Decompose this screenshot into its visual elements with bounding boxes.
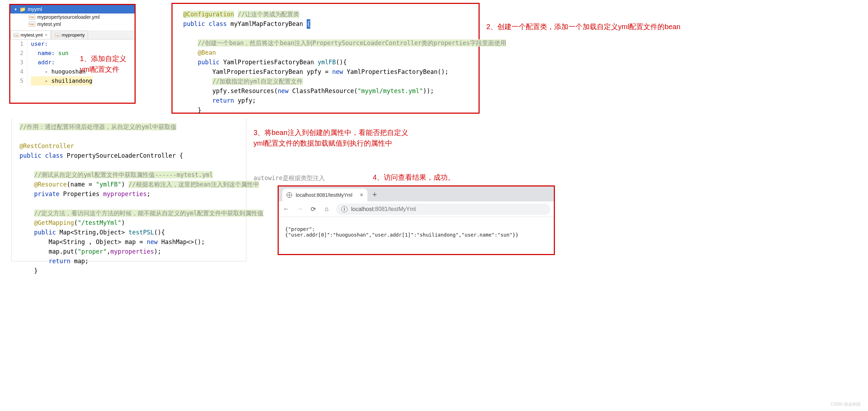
str-proper: "proper"	[78, 248, 107, 255]
anno-configuration: @Configuration	[183, 11, 234, 18]
method-testpsl: testPSL	[129, 229, 154, 236]
comment-method: //定义方法，看访问这个方法的时候，能不能从自定义的yml配置文件中获取到属性值	[34, 210, 263, 217]
tab-label: mytest.yml	[21, 32, 43, 38]
url-path: 8081/testMyYml	[375, 206, 416, 212]
l13a: Map<String , Object> map =	[49, 238, 147, 245]
autowire-note: autowire是根据类型注入	[253, 174, 325, 182]
annotation-3: 3、将bean注入到创建的属性中，看能否把自定义 yml配置文件的数据加载赋值到…	[253, 127, 431, 148]
classname2: PropertySourceLoaderController {	[67, 152, 183, 159]
str-ymlfb: "ymlFB"	[96, 181, 121, 188]
l14b: ,	[107, 248, 110, 255]
kw-public3: public	[20, 152, 41, 159]
forward-icon: →	[296, 205, 304, 213]
controller-panel: //作用：通过配置环境后处理器，从自定义的yml中获取值 @RestContro…	[11, 118, 246, 261]
browser-tab[interactable]: localhost:8081/testMyYml ×	[282, 189, 367, 201]
kw-private: private	[34, 190, 60, 198]
back-icon[interactable]: ←	[282, 205, 290, 213]
kw-return: return	[212, 97, 234, 104]
anno-resource: @Resource	[34, 181, 67, 188]
tab-label: myproperty	[62, 32, 85, 38]
browser-tabbar: localhost:8081/testMyYml × +	[279, 186, 554, 201]
editor-tabbar: YML mytest.yml × YML myproperty	[10, 31, 135, 39]
tab-myproperty[interactable]: YML myproperty	[51, 31, 88, 39]
folder-myyml[interactable]: ▼ 📁 myyml	[10, 5, 135, 13]
address-bar[interactable]: i localhost:8081/testMyYml	[336, 204, 550, 215]
str-path: "myyml/mytest.yml"	[357, 87, 423, 94]
comment-inject: //根据名称注入，这里把bean注入到这个属性中	[129, 181, 259, 188]
browser-body: {"proper":{"user.addr[0]":"huoguoshan","…	[279, 217, 554, 247]
kw-public: public	[183, 20, 205, 27]
yml-l2k: name:	[38, 50, 55, 56]
expand-arrow-icon: ▼	[14, 7, 17, 11]
cursor: {	[307, 19, 310, 29]
yml-icon: YML	[55, 33, 60, 37]
comment-bean: //创建一个bean，然后将这个bean注入到PropertySourceLoa…	[198, 39, 506, 47]
yml-icon: YML	[13, 33, 19, 37]
anno3-line1: 3、将bean注入到创建的属性中，看能否把自定义	[253, 129, 408, 136]
yml-l4: - huoguoshan	[45, 68, 86, 75]
l7c3: )	[121, 181, 129, 188]
yml-l1: user:	[31, 40, 48, 47]
paren: (){	[336, 59, 347, 66]
yml-icon: YML	[29, 22, 35, 27]
l12b: Map<String,Object>	[56, 229, 129, 236]
comment-test: //测试从自定义的yml配置文件中获取属性值------mytest.yml	[34, 171, 213, 178]
l8d: ;	[147, 190, 150, 198]
file-mytest[interactable]: YML mytest.yml	[10, 21, 135, 28]
yml-l5: - shuiliandong	[45, 77, 93, 84]
kw-class: class	[209, 20, 227, 27]
close-brace: }	[198, 107, 201, 114]
l10b: ypfy;	[234, 97, 256, 104]
annotation-2: 2、创建一个配置类，添加一个加载自定义yml配置文件的bean	[486, 21, 834, 32]
info-icon[interactable]: i	[341, 206, 348, 212]
reload-icon[interactable]: ⟳	[309, 205, 317, 213]
annotation-4: 4、访问查看结果，成功。	[373, 172, 479, 183]
kw-return2: return	[49, 258, 70, 265]
l14a: map.put(	[49, 248, 78, 255]
str-testmyyml: "/testMyYml"	[78, 219, 121, 226]
l13c: HashMap<>();	[158, 238, 205, 245]
folder-icon: 📁	[20, 6, 26, 12]
comment-config: //让这个类成为配置类	[238, 11, 299, 18]
method-ymlfb: ymlFB	[318, 59, 336, 66]
ret-type: YamlPropertiesFactoryBean	[223, 59, 314, 66]
annotation-1b: yml配置文件	[80, 64, 119, 75]
annotation-1a: 1、添加自定义	[80, 53, 126, 64]
new-tab-button[interactable]: +	[367, 188, 382, 201]
kw-public2: public	[198, 59, 219, 66]
config-class-panel: @Configuration //让这个类成为配置类 public class …	[171, 3, 480, 114]
file-mypropertysourceloader[interactable]: YML mypropertysourceloader.yml	[10, 13, 135, 21]
l8b: Properties	[60, 190, 103, 198]
config-class-code[interactable]: @Configuration //让这个类成为配置类 public class …	[183, 10, 477, 115]
file-label: mypropertysourceloader.yml	[37, 14, 100, 20]
l7c: YamlPropertiesFactoryBean();	[343, 68, 448, 75]
kw-class2: class	[45, 152, 63, 159]
line-gutter: 12345	[10, 39, 27, 86]
l9a: ypfy.setResources(	[212, 87, 278, 94]
kw-new3: new	[147, 238, 158, 245]
l9c: ClassPathResource(	[289, 87, 357, 94]
kw-public4: public	[34, 229, 56, 236]
controller-code[interactable]: //作用：通过配置环境后处理器，从自定义的yml中获取值 @RestContro…	[20, 122, 245, 276]
close-icon[interactable]: ×	[45, 32, 48, 38]
l15b: map;	[70, 258, 88, 265]
tab-close-icon[interactable]: ×	[360, 192, 363, 198]
watermark: CSDN @金刚猿	[830, 401, 861, 407]
l11b: (	[74, 219, 78, 226]
kw-new: new	[332, 68, 343, 75]
l12d: (){	[154, 229, 165, 236]
tab-mytest[interactable]: YML mytest.yml ×	[10, 31, 51, 39]
anno-restcontroller: @RestController	[20, 142, 74, 150]
project-tree: ▼ 📁 myyml YML mypropertysourceloader.yml…	[10, 5, 135, 28]
anno-getmapping: @GetMapping	[34, 219, 74, 226]
browser-panel: localhost:8081/testMyYml × + ← → ⟳ ⌂ i l…	[278, 185, 555, 255]
url-host: localhost:	[351, 206, 375, 212]
l7b: (name =	[67, 181, 96, 188]
home-icon[interactable]: ⌂	[323, 205, 331, 213]
globe-icon	[286, 192, 292, 198]
comment-purpose: //作用：通过配置环境后处理器，从自定义的yml中获取值	[20, 123, 176, 130]
file-label: mytest.yml	[37, 21, 61, 27]
l7a: YamlPropertiesFactoryBean ypfy =	[212, 68, 332, 75]
kw-new2: new	[278, 87, 289, 94]
l11c: )	[121, 219, 125, 226]
